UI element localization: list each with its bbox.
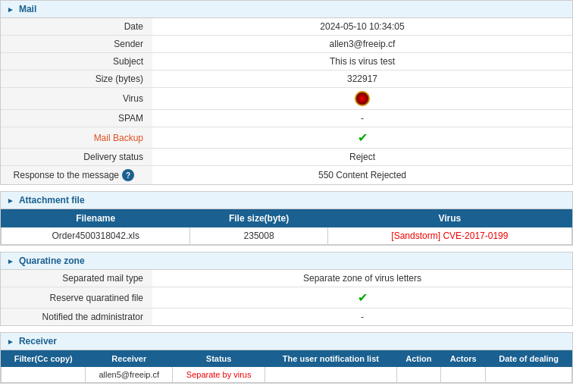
- sender-value: allen3@freeip.cf: [152, 36, 572, 53]
- attachment-section: ► Attachment file Filename File size(byt…: [0, 191, 573, 246]
- date-value: 2024-05-10 10:34:05: [152, 18, 572, 36]
- quarantine-arrow-icon: ►: [7, 257, 14, 265]
- mail-section-title: Mail: [19, 4, 36, 14]
- table-row: Sender allen3@freeip.cf: [1, 36, 572, 53]
- recv-col-receiver: Receiver: [86, 351, 173, 367]
- recv-action: [396, 367, 440, 383]
- reserve-quarantine-checkmark: ✔: [358, 291, 368, 304]
- recv-filter: [2, 367, 86, 383]
- delivery-status-label: Delivery status: [1, 149, 152, 166]
- separated-mail-value: Separate zone of virus letters: [152, 270, 572, 287]
- attachment-header-row: Filename File size(byte) Virus: [2, 210, 572, 227]
- table-row: Reserve quaratined file ✔: [1, 287, 572, 309]
- table-row: Mail Backup ✔: [1, 127, 572, 149]
- att-col-virus: Virus: [327, 210, 571, 227]
- mail-section: ► Mail Date 2024-05-10 10:34:05 Sender a…: [0, 0, 573, 185]
- table-row: Response to the message ? 550 Content Re…: [1, 166, 572, 185]
- subject-label: Subject: [1, 53, 152, 71]
- recv-receiver: allen5@freeip.cf: [86, 367, 173, 383]
- size-value: 322917: [152, 71, 572, 88]
- table-row: Date 2024-05-10 10:34:05: [1, 18, 572, 36]
- recv-col-actors: Actors: [441, 351, 486, 367]
- att-col-filename: Filename: [2, 210, 190, 227]
- quarantine-section-header: ► Quaratine zone: [1, 252, 572, 270]
- table-row: SPAM -: [1, 110, 572, 127]
- receiver-arrow-icon: ►: [7, 337, 14, 346]
- sender-label: Sender: [1, 36, 152, 53]
- receiver-row: allen5@freeip.cf Separate by virus: [2, 367, 572, 383]
- recv-col-status: Status: [173, 351, 265, 367]
- recv-col-filter: Filter(Cc copy): [2, 351, 86, 367]
- mail-info-table: Date 2024-05-10 10:34:05 Sender allen3@f…: [1, 18, 572, 184]
- recv-status: Separate by virus: [173, 367, 265, 383]
- virus-value: [152, 88, 572, 110]
- mail-backup-checkmark: ✔: [358, 131, 368, 144]
- help-icon[interactable]: ?: [122, 169, 134, 181]
- quarantine-section: ► Quaratine zone Separated mail type Sep…: [0, 252, 573, 326]
- response-label-inner: Response to the message ?: [7, 169, 143, 181]
- table-row: Delivery status Reject: [1, 149, 572, 166]
- virus-status-icon: [355, 91, 370, 106]
- mail-backup-value: ✔: [152, 127, 572, 149]
- mail-backup-label: Mail Backup: [1, 127, 152, 149]
- quarantine-info-table: Separated mail type Separate zone of vir…: [1, 270, 572, 325]
- delivery-status-value: Reject: [152, 149, 572, 166]
- attachment-arrow-icon: ►: [7, 196, 14, 205]
- response-label: Response to the message ?: [1, 166, 152, 185]
- attachment-section-title: Attachment file: [19, 195, 85, 205]
- receiver-header-row: Filter(Cc copy) Receiver Status The user…: [2, 351, 572, 367]
- quarantine-section-title: Quaratine zone: [19, 256, 85, 266]
- reserve-quarantine-label: Reserve quaratined file: [1, 287, 152, 309]
- attachment-section-header: ► Attachment file: [1, 192, 572, 209]
- receiver-section-header: ► Receiver: [1, 333, 572, 350]
- reserve-quarantine-value: ✔: [152, 287, 572, 309]
- notified-admin-label: Notified the administrator: [1, 309, 152, 326]
- attachment-table: Filename File size(byte) Virus Order4500…: [1, 209, 572, 245]
- att-virus: [Sandstorm] CVE-2017-0199: [327, 227, 571, 245]
- recv-date: [486, 367, 572, 383]
- table-row: Notified the administrator -: [1, 309, 572, 326]
- att-filename: Order4500318042.xls: [2, 227, 190, 245]
- separated-mail-label: Separated mail type: [1, 270, 152, 287]
- virus-label: Virus: [1, 88, 152, 110]
- recv-notification: [265, 367, 396, 383]
- att-col-filesize: File size(byte): [190, 210, 327, 227]
- recv-actors: [441, 367, 486, 383]
- receiver-table: Filter(Cc copy) Receiver Status The user…: [1, 350, 572, 383]
- response-value: 550 Content Rejected: [152, 166, 572, 185]
- table-row: Size (bytes) 322917: [1, 71, 572, 88]
- table-row: Separated mail type Separate zone of vir…: [1, 270, 572, 287]
- mail-section-header: ► Mail: [1, 1, 572, 18]
- recv-col-notification: The user notification list: [265, 351, 396, 367]
- table-row: Virus: [1, 88, 572, 110]
- notified-admin-value: -: [152, 309, 572, 326]
- spam-value: -: [152, 110, 572, 127]
- receiver-section: ► Receiver Filter(Cc copy) Receiver Stat…: [0, 332, 573, 384]
- table-row: Subject This is virus test: [1, 53, 572, 71]
- recv-col-date: Date of dealing: [486, 351, 572, 367]
- size-label: Size (bytes): [1, 71, 152, 88]
- subject-value: This is virus test: [152, 53, 572, 71]
- mail-arrow-icon: ►: [7, 5, 14, 14]
- att-filesize: 235008: [190, 227, 327, 245]
- receiver-section-title: Receiver: [19, 336, 57, 347]
- date-label: Date: [1, 18, 152, 36]
- recv-col-action: Action: [396, 351, 440, 367]
- spam-label: SPAM: [1, 110, 152, 127]
- attachment-row: Order4500318042.xls 235008 [Sandstorm] C…: [2, 227, 572, 245]
